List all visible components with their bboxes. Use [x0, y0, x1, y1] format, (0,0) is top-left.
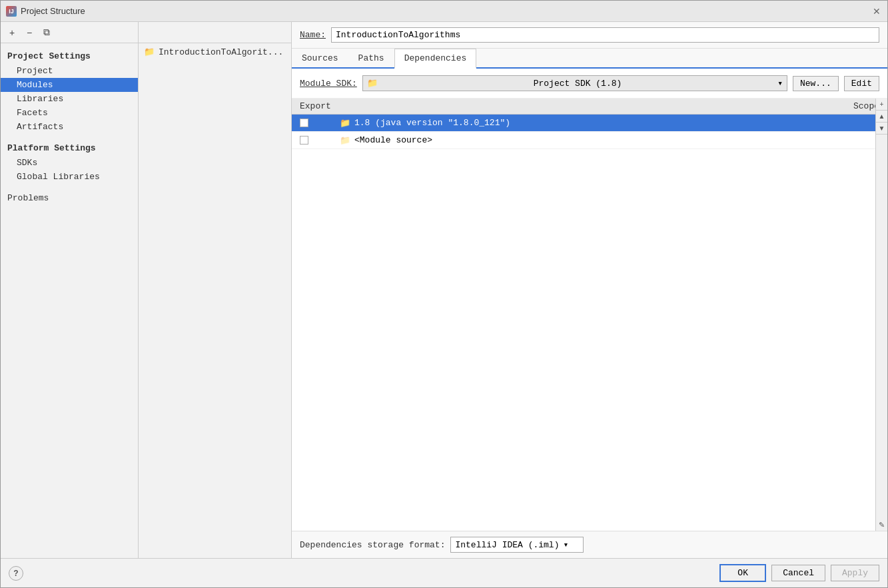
- main-content: + − ⧉ Project Settings Project Modules L…: [1, 22, 887, 558]
- tab-dependencies[interactable]: Dependencies: [394, 49, 477, 69]
- platform-settings-header: Platform Settings: [1, 141, 138, 156]
- dep-name-jdk: 📁 1.8 (java version "1.8.0_121"): [340, 118, 813, 129]
- dep-folder-icon-module: 📁: [340, 135, 350, 146]
- sidebar-item-artifacts[interactable]: Artifacts: [1, 120, 138, 134]
- deps-col-name: [340, 101, 813, 111]
- cancel-button[interactable]: Cancel: [771, 565, 825, 581]
- edit-btn-panel: ✎: [876, 516, 888, 531]
- sdk-chevron-icon: ▾: [777, 78, 783, 89]
- nav-section: Project Settings Project Modules Librari…: [1, 43, 138, 558]
- add-dep-button[interactable]: +: [876, 99, 888, 111]
- name-input[interactable]: [331, 27, 879, 43]
- tabs-bar: Sources Paths Dependencies: [292, 49, 887, 69]
- dep-name-module: 📁 <Module source>: [340, 135, 813, 146]
- sidebar-item-facets[interactable]: Facets: [1, 106, 138, 120]
- dep-checkbox-jdk[interactable]: [300, 119, 340, 127]
- name-label: Name:: [300, 30, 326, 40]
- sdk-edit-button[interactable]: Edit: [844, 76, 879, 91]
- sidebar-item-global-libraries[interactable]: Global Libraries: [1, 170, 138, 184]
- title-bar: IJ Project Structure ✕: [1, 1, 887, 22]
- ok-button[interactable]: OK: [719, 564, 766, 582]
- module-list-content: 📁 IntroductionToAlgorit...: [139, 43, 291, 558]
- dialog-title: Project Structure: [21, 6, 85, 16]
- detail-panel: Name: Sources Paths Dependencies Module …: [292, 22, 887, 558]
- apply-button[interactable]: Apply: [831, 565, 879, 581]
- tab-paths[interactable]: Paths: [348, 49, 394, 69]
- close-button[interactable]: ✕: [871, 6, 882, 17]
- copy-button[interactable]: ⧉: [39, 25, 54, 40]
- app-icon: IJ: [6, 6, 17, 17]
- storage-value: IntelliJ IDEA (.iml): [455, 540, 559, 550]
- project-settings-header: Project Settings: [1, 49, 138, 64]
- deps-header: Export Scope: [292, 99, 887, 115]
- storage-label: Dependencies storage format:: [300, 540, 445, 550]
- remove-button[interactable]: −: [22, 25, 37, 40]
- deps-table: Export Scope 📁 1.8 (java versi: [292, 99, 887, 531]
- deps-col-scope: Scope: [813, 101, 879, 111]
- sdk-new-button[interactable]: New...: [793, 76, 839, 91]
- storage-chevron-icon: ▾: [563, 539, 568, 550]
- module-item[interactable]: 📁 IntroductionToAlgorit...: [139, 43, 291, 61]
- scroll-down-button[interactable]: ▼: [876, 123, 888, 135]
- add-button[interactable]: +: [5, 25, 19, 40]
- sidebar-item-sdks[interactable]: SDKs: [1, 156, 138, 170]
- dep-folder-icon-jdk: 📁: [340, 118, 350, 129]
- deps-col-export: Export: [300, 101, 340, 111]
- sdk-select[interactable]: 📁 Project SDK (1.8) ▾: [362, 75, 787, 91]
- module-folder-icon: 📁: [144, 47, 155, 57]
- sdk-row: Module SDK: 📁 Project SDK (1.8) ▾ New...…: [292, 69, 887, 99]
- tab-sources[interactable]: Sources: [292, 49, 348, 69]
- storage-row: Dependencies storage format: IntelliJ ID…: [292, 531, 887, 558]
- module-name: IntroductionToAlgorit...: [159, 47, 283, 57]
- edit-dep-button[interactable]: ✎: [876, 519, 888, 531]
- scroll-up-button[interactable]: ▲: [876, 111, 888, 123]
- deps-body: 📁 1.8 (java version "1.8.0_121") �: [292, 115, 887, 531]
- sidebar-item-modules[interactable]: Modules: [1, 78, 138, 92]
- name-bar: Name:: [292, 22, 887, 49]
- sdk-label: Module SDK:: [300, 79, 357, 89]
- sdk-folder-icon: 📁: [367, 78, 378, 89]
- left-toolbar: + − ⧉: [1, 22, 138, 43]
- footer: ? OK Cancel Apply: [1, 558, 887, 587]
- table-row[interactable]: 📁 1.8 (java version "1.8.0_121"): [292, 115, 887, 132]
- sidebar-item-problems[interactable]: Problems: [1, 189, 138, 207]
- project-structure-dialog: IJ Project Structure ✕ + − ⧉ Project Set…: [0, 0, 888, 588]
- module-list-panel: 📁 IntroductionToAlgorit...: [139, 22, 292, 558]
- table-row[interactable]: 📁 <Module source>: [292, 132, 887, 149]
- storage-select[interactable]: IntelliJ IDEA (.iml) ▾: [450, 537, 584, 553]
- sidebar-item-libraries[interactable]: Libraries: [1, 92, 138, 106]
- title-bar-left: IJ Project Structure: [6, 6, 85, 17]
- help-button[interactable]: ?: [9, 566, 23, 581]
- module-list-toolbar: [139, 22, 291, 43]
- dep-checkbox-module[interactable]: [300, 136, 340, 145]
- scrollbar-panel: + ▲ ▼ ✎: [875, 99, 887, 531]
- left-panel: + − ⧉ Project Settings Project Modules L…: [1, 22, 139, 558]
- sdk-value: Project SDK (1.8): [534, 79, 622, 89]
- sidebar-item-project[interactable]: Project: [1, 64, 138, 78]
- middle-right: 📁 IntroductionToAlgorit... Name: Sources…: [139, 22, 887, 558]
